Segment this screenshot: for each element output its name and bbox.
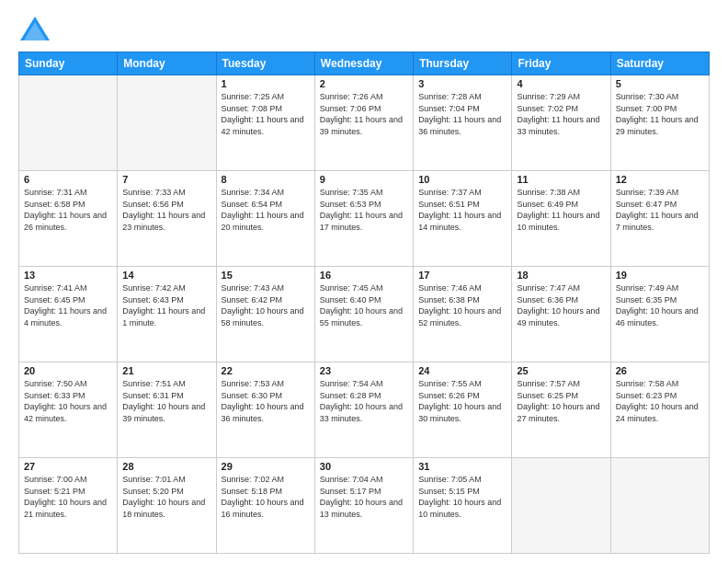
day-number: 3 — [418, 78, 506, 89]
calendar-cell — [19, 75, 118, 171]
calendar-cell — [610, 458, 709, 554]
day-info: Sunrise: 7:29 AM Sunset: 7:02 PM Dayligh… — [517, 91, 605, 137]
day-number: 1 — [222, 78, 310, 89]
calendar-cell: 24 Sunrise: 7:55 AM Sunset: 6:26 PM Dayl… — [414, 362, 512, 458]
day-number: 24 — [418, 365, 506, 376]
calendar-cell: 13 Sunrise: 7:41 AM Sunset: 6:45 PM Dayl… — [19, 267, 118, 362]
day-number: 21 — [122, 365, 210, 376]
day-info: Sunrise: 7:43 AM Sunset: 6:42 PM Dayligh… — [222, 282, 310, 328]
day-info: Sunrise: 7:54 AM Sunset: 6:28 PM Dayligh… — [320, 378, 408, 424]
calendar-cell: 29 Sunrise: 7:02 AM Sunset: 5:18 PM Dayl… — [216, 458, 314, 554]
day-info: Sunrise: 7:00 AM Sunset: 5:21 PM Dayligh… — [24, 474, 112, 520]
day-info: Sunrise: 7:04 AM Sunset: 5:17 PM Dayligh… — [320, 474, 408, 520]
calendar-cell: 7 Sunrise: 7:33 AM Sunset: 6:56 PM Dayli… — [118, 171, 216, 267]
calendar-cell: 30 Sunrise: 7:04 AM Sunset: 5:17 PM Dayl… — [314, 458, 413, 554]
calendar-cell: 18 Sunrise: 7:47 AM Sunset: 6:36 PM Dayl… — [512, 267, 610, 362]
day-number: 22 — [222, 365, 310, 376]
day-info: Sunrise: 7:50 AM Sunset: 6:33 PM Dayligh… — [24, 378, 112, 424]
day-number: 4 — [517, 78, 605, 89]
week-row-1: 6 Sunrise: 7:31 AM Sunset: 6:58 PM Dayli… — [19, 171, 710, 267]
day-number: 9 — [320, 174, 408, 185]
week-row-4: 27 Sunrise: 7:00 AM Sunset: 5:21 PM Dayl… — [19, 458, 710, 554]
calendar-cell: 1 Sunrise: 7:25 AM Sunset: 7:08 PM Dayli… — [216, 75, 314, 171]
day-number: 16 — [320, 270, 408, 281]
day-info: Sunrise: 7:42 AM Sunset: 6:43 PM Dayligh… — [122, 282, 210, 328]
day-number: 2 — [320, 78, 408, 89]
calendar-cell: 20 Sunrise: 7:50 AM Sunset: 6:33 PM Dayl… — [19, 362, 118, 458]
calendar-cell: 16 Sunrise: 7:45 AM Sunset: 6:40 PM Dayl… — [314, 267, 413, 362]
weekday-header-thursday: Thursday — [414, 52, 512, 75]
weekday-header-friday: Friday — [512, 52, 610, 75]
day-info: Sunrise: 7:30 AM Sunset: 7:00 PM Dayligh… — [616, 91, 704, 137]
day-number: 6 — [24, 174, 112, 185]
week-row-0: 1 Sunrise: 7:25 AM Sunset: 7:08 PM Dayli… — [19, 75, 710, 171]
calendar-cell: 12 Sunrise: 7:39 AM Sunset: 6:47 PM Dayl… — [610, 171, 709, 267]
day-info: Sunrise: 7:53 AM Sunset: 6:30 PM Dayligh… — [222, 378, 310, 424]
calendar-cell — [512, 458, 610, 554]
day-number: 29 — [222, 461, 310, 472]
day-number: 7 — [122, 174, 210, 185]
weekday-header-saturday: Saturday — [610, 52, 709, 75]
day-info: Sunrise: 7:34 AM Sunset: 6:54 PM Dayligh… — [222, 187, 310, 233]
day-info: Sunrise: 7:49 AM Sunset: 6:35 PM Dayligh… — [616, 282, 704, 328]
day-number: 5 — [616, 78, 704, 89]
day-info: Sunrise: 7:35 AM Sunset: 6:53 PM Dayligh… — [320, 187, 408, 233]
day-info: Sunrise: 7:37 AM Sunset: 6:51 PM Dayligh… — [418, 187, 506, 233]
day-info: Sunrise: 7:47 AM Sunset: 6:36 PM Dayligh… — [517, 282, 605, 328]
day-info: Sunrise: 7:45 AM Sunset: 6:40 PM Dayligh… — [320, 282, 408, 328]
day-number: 19 — [616, 270, 704, 281]
page: SundayMondayTuesdayWednesdayThursdayFrid… — [0, 0, 728, 563]
day-number: 11 — [517, 174, 605, 185]
day-info: Sunrise: 7:26 AM Sunset: 7:06 PM Dayligh… — [320, 91, 408, 137]
calendar-cell: 26 Sunrise: 7:58 AM Sunset: 6:23 PM Dayl… — [610, 362, 709, 458]
calendar-cell — [118, 75, 216, 171]
calendar-cell: 14 Sunrise: 7:42 AM Sunset: 6:43 PM Dayl… — [118, 267, 216, 362]
calendar-table: SundayMondayTuesdayWednesdayThursdayFrid… — [18, 52, 710, 554]
calendar-cell: 19 Sunrise: 7:49 AM Sunset: 6:35 PM Dayl… — [610, 267, 709, 362]
calendar-cell: 5 Sunrise: 7:30 AM Sunset: 7:00 PM Dayli… — [610, 75, 709, 171]
day-info: Sunrise: 7:31 AM Sunset: 6:58 PM Dayligh… — [24, 187, 112, 233]
weekday-header-tuesday: Tuesday — [216, 52, 314, 75]
calendar-cell: 10 Sunrise: 7:37 AM Sunset: 6:51 PM Dayl… — [414, 171, 512, 267]
day-info: Sunrise: 7:57 AM Sunset: 6:25 PM Dayligh… — [517, 378, 605, 424]
day-number: 28 — [122, 461, 210, 472]
day-number: 23 — [320, 365, 408, 376]
day-number: 30 — [320, 461, 408, 472]
calendar-cell: 4 Sunrise: 7:29 AM Sunset: 7:02 PM Dayli… — [512, 75, 610, 171]
header — [18, 15, 710, 42]
day-number: 15 — [222, 270, 310, 281]
day-info: Sunrise: 7:58 AM Sunset: 6:23 PM Dayligh… — [616, 378, 704, 424]
day-info: Sunrise: 7:55 AM Sunset: 6:26 PM Dayligh… — [418, 378, 506, 424]
day-number: 26 — [616, 365, 704, 376]
day-number: 10 — [418, 174, 506, 185]
day-info: Sunrise: 7:51 AM Sunset: 6:31 PM Dayligh… — [122, 378, 210, 424]
calendar-cell: 22 Sunrise: 7:53 AM Sunset: 6:30 PM Dayl… — [216, 362, 314, 458]
weekday-header-monday: Monday — [118, 52, 216, 75]
day-number: 20 — [24, 365, 112, 376]
day-info: Sunrise: 7:25 AM Sunset: 7:08 PM Dayligh… — [222, 91, 310, 137]
day-info: Sunrise: 7:38 AM Sunset: 6:49 PM Dayligh… — [517, 187, 605, 233]
calendar-cell: 23 Sunrise: 7:54 AM Sunset: 6:28 PM Dayl… — [314, 362, 413, 458]
week-row-2: 13 Sunrise: 7:41 AM Sunset: 6:45 PM Dayl… — [19, 267, 710, 362]
day-number: 12 — [616, 174, 704, 185]
calendar-cell: 3 Sunrise: 7:28 AM Sunset: 7:04 PM Dayli… — [414, 75, 512, 171]
week-row-3: 20 Sunrise: 7:50 AM Sunset: 6:33 PM Dayl… — [19, 362, 710, 458]
calendar-cell: 15 Sunrise: 7:43 AM Sunset: 6:42 PM Dayl… — [216, 267, 314, 362]
day-info: Sunrise: 7:02 AM Sunset: 5:18 PM Dayligh… — [222, 474, 310, 520]
day-number: 27 — [24, 461, 112, 472]
logo — [18, 15, 55, 42]
calendar-cell: 17 Sunrise: 7:46 AM Sunset: 6:38 PM Dayl… — [414, 267, 512, 362]
calendar-cell: 31 Sunrise: 7:05 AM Sunset: 5:15 PM Dayl… — [414, 458, 512, 554]
weekday-header-wednesday: Wednesday — [314, 52, 413, 75]
day-number: 17 — [418, 270, 506, 281]
day-info: Sunrise: 7:01 AM Sunset: 5:20 PM Dayligh… — [122, 474, 210, 520]
day-number: 18 — [517, 270, 605, 281]
weekday-header-sunday: Sunday — [19, 52, 118, 75]
day-info: Sunrise: 7:05 AM Sunset: 5:15 PM Dayligh… — [418, 474, 506, 520]
day-info: Sunrise: 7:28 AM Sunset: 7:04 PM Dayligh… — [418, 91, 506, 137]
calendar-cell: 28 Sunrise: 7:01 AM Sunset: 5:20 PM Dayl… — [118, 458, 216, 554]
day-number: 14 — [122, 270, 210, 281]
logo-icon — [18, 15, 51, 42]
day-number: 8 — [222, 174, 310, 185]
calendar-cell: 2 Sunrise: 7:26 AM Sunset: 7:06 PM Dayli… — [314, 75, 413, 171]
